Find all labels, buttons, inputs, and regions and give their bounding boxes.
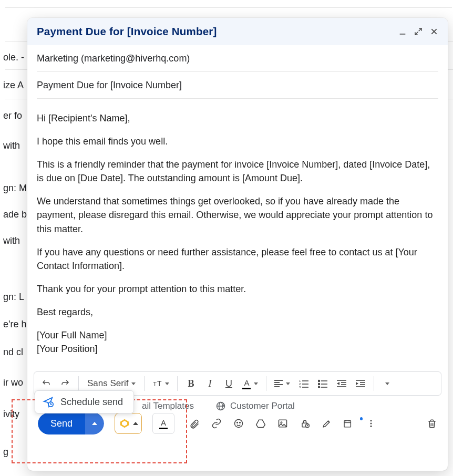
- signature-icon[interactable]: [321, 417, 333, 430]
- schedule-send-label: Schedule send: [60, 397, 123, 408]
- align-button[interactable]: [271, 375, 294, 392]
- text-color-shortcut[interactable]: A: [152, 413, 174, 434]
- compose-icon-strip: [188, 417, 377, 430]
- redo-button[interactable]: [56, 375, 74, 392]
- compose-title: Payment Due for [Invoice Number]: [37, 25, 217, 38]
- caret-up-icon: [133, 421, 138, 426]
- bg-text: e're h: [3, 319, 26, 330]
- body-line: [Your Full Name]: [37, 328, 438, 342]
- calendar-icon[interactable]: [343, 417, 355, 430]
- send-more-button[interactable]: [85, 412, 104, 434]
- caret-up-icon: [92, 422, 97, 425]
- bg-text: ir wo: [3, 377, 23, 388]
- svg-point-34: [235, 420, 243, 428]
- caret-down-icon: [131, 382, 136, 385]
- discard-draft-icon[interactable]: [427, 418, 437, 429]
- caret-down-icon: [286, 382, 290, 385]
- bg-text: with: [3, 140, 20, 151]
- italic-button[interactable]: I: [201, 375, 219, 392]
- bg-text: ole. -: [3, 52, 24, 63]
- email-body[interactable]: Hi [Recipient's Name], I hope this email…: [27, 99, 448, 368]
- insert-image-icon[interactable]: [276, 417, 289, 430]
- caret-down-icon: [385, 382, 389, 385]
- body-line: Hi [Recipient's Name],: [37, 111, 438, 125]
- send-button[interactable]: Send: [38, 413, 85, 434]
- body-line: Thank you for your prompt attention to t…: [37, 282, 438, 296]
- recipients-field[interactable]: Marketing (marketing@hiverhq.com): [27, 45, 448, 71]
- svg-point-36: [240, 422, 241, 423]
- svg-point-46: [370, 420, 372, 421]
- body-line: I hope this email finds you well.: [37, 134, 438, 148]
- attach-file-icon[interactable]: [188, 417, 201, 430]
- insert-link-icon[interactable]: [210, 417, 223, 430]
- svg-marker-18: [337, 382, 339, 385]
- body-line: [Your Position]: [37, 342, 438, 356]
- svg-marker-37: [256, 420, 265, 428]
- numbered-list-button[interactable]: 123: [295, 375, 313, 392]
- confidential-mode-icon[interactable]: [298, 417, 311, 430]
- subject-field[interactable]: Payment Due for [Invoice Number]: [27, 72, 448, 98]
- bg-text: nd cl: [3, 347, 23, 358]
- body-line: If you have any questions or need furthe…: [37, 245, 438, 273]
- svg-rect-42: [344, 421, 351, 427]
- schedule-send-popup[interactable]: Schedule send: [35, 390, 134, 413]
- svg-point-39: [281, 422, 282, 423]
- text-color-button[interactable]: A: [239, 375, 262, 392]
- bulleted-list-button[interactable]: [314, 375, 332, 392]
- bottom-action-bar: Schedule send Send A: [27, 406, 448, 444]
- caret-down-icon: [165, 382, 169, 385]
- bg-text: ivity: [3, 409, 19, 420]
- svg-point-11: [318, 380, 320, 382]
- font-family-picker[interactable]: Sans Serif: [83, 378, 140, 389]
- indent-more-button[interactable]: [352, 375, 369, 392]
- compose-header: Payment Due for [Invoice Number]: [27, 18, 448, 45]
- svg-point-15: [318, 387, 320, 388]
- hiver-send-button[interactable]: [115, 413, 142, 434]
- bold-button[interactable]: B: [182, 375, 200, 392]
- bg-text: gn: L: [3, 292, 24, 303]
- body-line: This is a friendly reminder that the pay…: [37, 158, 438, 185]
- compose-window: Payment Due for [Invoice Number] Marketi…: [27, 18, 448, 471]
- svg-point-35: [237, 422, 238, 423]
- close-icon[interactable]: [430, 27, 438, 36]
- svg-marker-33: [133, 422, 138, 425]
- bg-text: er fo: [3, 110, 22, 121]
- schedule-send-icon: [43, 396, 54, 408]
- bg-text: with: [3, 235, 20, 246]
- body-line: We understand that sometimes things get …: [37, 194, 438, 235]
- caret-down-icon: [254, 382, 258, 385]
- bg-text: ade b: [3, 209, 27, 220]
- bg-text: ize A: [3, 80, 24, 91]
- emoji-icon[interactable]: [232, 417, 245, 430]
- underline-button[interactable]: U: [220, 375, 238, 392]
- send-button-group: Send: [38, 412, 104, 434]
- svg-rect-0: [400, 34, 406, 35]
- svg-text:3: 3: [299, 386, 301, 388]
- svg-point-48: [370, 426, 372, 427]
- indent-less-button[interactable]: [333, 375, 351, 392]
- svg-point-13: [318, 384, 320, 385]
- svg-point-47: [370, 423, 372, 425]
- svg-marker-23: [356, 382, 358, 385]
- notification-dot: [360, 417, 363, 420]
- hiver-icon: [119, 418, 130, 429]
- expand-icon[interactable]: [414, 27, 423, 36]
- bg-text: g: [3, 447, 8, 458]
- body-line: Best regards,: [37, 305, 438, 319]
- bg-text: gn: M: [3, 183, 27, 194]
- font-family-label: Sans Serif: [87, 378, 128, 389]
- font-size-picker[interactable]: TT: [149, 375, 173, 392]
- minimize-icon[interactable]: [398, 27, 407, 36]
- drive-icon[interactable]: [254, 417, 267, 430]
- more-formatting-button[interactable]: [378, 375, 396, 392]
- more-options-icon[interactable]: [365, 417, 377, 430]
- undo-button[interactable]: [37, 375, 55, 392]
